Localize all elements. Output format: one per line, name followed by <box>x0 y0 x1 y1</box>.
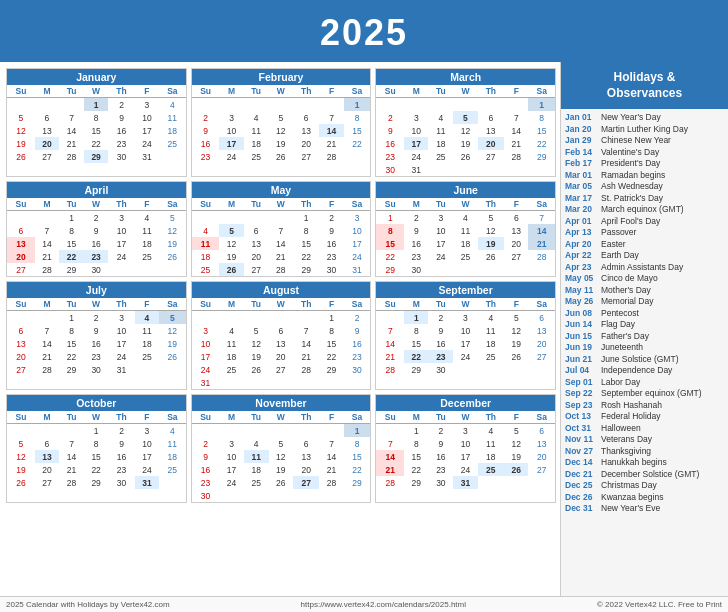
holiday-item: Jul 04Independence Day <box>565 365 724 375</box>
holiday-item: Apr 20Easter <box>565 239 724 249</box>
holiday-name: Hanukkah begins <box>601 457 667 467</box>
april-title: April <box>7 182 186 198</box>
holiday-name: Ash Wednesday <box>601 181 663 191</box>
holiday-name: Chinese New Year <box>601 135 671 145</box>
holiday-item: Jun 14Flag Day <box>565 319 724 329</box>
holiday-date: Dec 25 <box>565 480 597 490</box>
holiday-name: Memorial Day <box>601 296 653 306</box>
holiday-date: Jun 19 <box>565 342 597 352</box>
holiday-name: President's Day <box>601 158 660 168</box>
holiday-item: Jun 08Pentecost <box>565 308 724 318</box>
holiday-item: Jan 20Martin Luther King Day <box>565 124 724 134</box>
holiday-item: Dec 25Christmas Day <box>565 480 724 490</box>
holiday-item: Nov 27Thanksgiving <box>565 446 724 456</box>
holiday-item: May 11Mother's Day <box>565 285 724 295</box>
holiday-name: Rosh Hashanah <box>601 400 662 410</box>
holiday-item: Jun 15Father's Day <box>565 331 724 341</box>
january-title: January <box>7 69 186 85</box>
holiday-item: Dec 26Kwanzaa begins <box>565 492 724 502</box>
august-title: August <box>192 282 371 298</box>
holiday-name: Passover <box>601 227 636 237</box>
holiday-date: Sep 01 <box>565 377 597 387</box>
holiday-item: Apr 23Admin Assistants Day <box>565 262 724 272</box>
june-title: June <box>376 182 555 198</box>
holiday-item: May 05Cinco de Mayo <box>565 273 724 283</box>
holiday-date: Oct 31 <box>565 423 597 433</box>
footer: 2025 Calendar with Holidays by Vertex42.… <box>0 596 728 612</box>
year-text: 2025 <box>320 12 408 53</box>
november-title: November <box>192 395 371 411</box>
holiday-date: Feb 17 <box>565 158 597 168</box>
holiday-item: Apr 22Earth Day <box>565 250 724 260</box>
month-may: May SuMTuWThFSa 123 45678910 <box>191 181 372 277</box>
holiday-item: Mar 05Ash Wednesday <box>565 181 724 191</box>
holiday-date: May 26 <box>565 296 597 306</box>
holiday-item: May 26Memorial Day <box>565 296 724 306</box>
holiday-date: Mar 01 <box>565 170 597 180</box>
holiday-name: September equinox (GMT) <box>601 388 702 398</box>
holiday-date: Sep 23 <box>565 400 597 410</box>
holiday-name: St. Patrick's Day <box>601 193 663 203</box>
calendar-row-4: October SuMTuWThFSa 1234 567891011 <box>6 394 556 503</box>
holiday-item: Jun 19Juneteenth <box>565 342 724 352</box>
holidays-list: Jan 01New Year's DayJan 20Martin Luther … <box>561 109 728 596</box>
holiday-date: Sep 22 <box>565 388 597 398</box>
holiday-item: Nov 11Veterans Day <box>565 434 724 444</box>
month-december: December SuMTuWThFSa 123456 78910111213 <box>375 394 556 503</box>
holiday-name: March equinox (GMT) <box>601 204 684 214</box>
holiday-item: Mar 20March equinox (GMT) <box>565 204 724 214</box>
holiday-item: Mar 17St. Patrick's Day <box>565 193 724 203</box>
holiday-date: Apr 01 <box>565 216 597 226</box>
holiday-name: Easter <box>601 239 626 249</box>
holiday-name: Valentine's Day <box>601 147 659 157</box>
holiday-date: Nov 27 <box>565 446 597 456</box>
month-march: March SuMTuWThFSa 1 2345678 <box>375 68 556 177</box>
holiday-item: Oct 13Federal Holiday <box>565 411 724 421</box>
holiday-date: Dec 14 <box>565 457 597 467</box>
holiday-date: May 11 <box>565 285 597 295</box>
holiday-date: May 05 <box>565 273 597 283</box>
holiday-date: Dec 31 <box>565 503 597 513</box>
month-august: August SuMTuWThFSa 12 3456789 <box>191 281 372 390</box>
holiday-name: Ramadan begins <box>601 170 665 180</box>
holiday-item: Oct 31Halloween <box>565 423 724 433</box>
march-title: March <box>376 69 555 85</box>
holiday-date: Jun 08 <box>565 308 597 318</box>
holiday-name: Christmas Day <box>601 480 657 490</box>
month-july: July SuMTuWThFSa 12345 6789101112 <box>6 281 187 390</box>
holidays-header-title: Holidays &Observances <box>561 62 728 109</box>
holiday-date: Dec 21 <box>565 469 597 479</box>
holiday-name: Independence Day <box>601 365 672 375</box>
month-january: January SuMTuWThFSa 1234 567891011 <box>6 68 187 177</box>
holiday-name: Father's Day <box>601 331 649 341</box>
month-april: April SuMTuWThFSa 12345 6789101112 <box>6 181 187 277</box>
holiday-item: Apr 01April Fool's Day <box>565 216 724 226</box>
footer-left: 2025 Calendar with Holidays by Vertex42.… <box>6 600 170 609</box>
month-october: October SuMTuWThFSa 1234 567891011 <box>6 394 187 503</box>
holiday-item: Jun 21June Solstice (GMT) <box>565 354 724 364</box>
holiday-name: Admin Assistants Day <box>601 262 683 272</box>
calendar-row-3: July SuMTuWThFSa 12345 6789101112 <box>6 281 556 390</box>
page: 2025 January SuMTuWThFSa 1234 <box>0 0 728 612</box>
holiday-name: Juneteenth <box>601 342 643 352</box>
holidays-panel: Holidays &Observances Jan 01New Year's D… <box>560 62 728 596</box>
holiday-date: Jun 15 <box>565 331 597 341</box>
holiday-name: Thanksgiving <box>601 446 651 456</box>
holiday-name: December Solstice (GMT) <box>601 469 699 479</box>
holiday-item: Feb 14Valentine's Day <box>565 147 724 157</box>
holiday-item: Dec 31New Year's Eve <box>565 503 724 513</box>
holiday-name: Earth Day <box>601 250 639 260</box>
holiday-date: Mar 17 <box>565 193 597 203</box>
holiday-date: Apr 22 <box>565 250 597 260</box>
main-content: January SuMTuWThFSa 1234 567891011 <box>0 62 728 596</box>
holiday-item: Apr 13Passover <box>565 227 724 237</box>
calendar-area: January SuMTuWThFSa 1234 567891011 <box>0 62 560 596</box>
holiday-name: June Solstice (GMT) <box>601 354 678 364</box>
holiday-name: Cinco de Mayo <box>601 273 658 283</box>
holiday-date: Apr 23 <box>565 262 597 272</box>
holiday-item: Feb 17President's Day <box>565 158 724 168</box>
holiday-name: Pentecost <box>601 308 639 318</box>
holiday-date: Jan 01 <box>565 112 597 122</box>
month-june: June SuMTuWThFSa 1234567 891011121314 <box>375 181 556 277</box>
holiday-date: Mar 05 <box>565 181 597 191</box>
